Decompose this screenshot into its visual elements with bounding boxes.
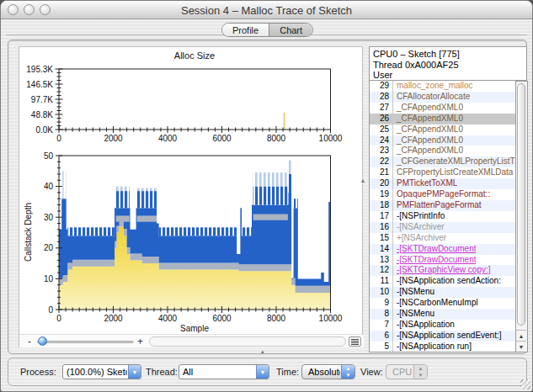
svg-text:30: 30 (44, 213, 54, 222)
frame-number: 9 (370, 298, 393, 309)
list-item[interactable]: 27_CFAppendXML0 (370, 103, 515, 114)
svg-text:2000: 2000 (104, 314, 123, 323)
list-item[interactable]: 11-[NSApplication sendAction: (370, 276, 515, 287)
frame-number: 7 (370, 320, 393, 331)
frame-symbol: OpaquePMPageFormat:: (393, 189, 490, 200)
frame-number: 28 (370, 92, 393, 103)
frame-symbol: -[NSMenu (393, 287, 434, 298)
frame-number: 11 (370, 276, 393, 287)
thread-value: All (183, 367, 255, 377)
svg-text:Callstack Depth: Callstack Depth (24, 203, 33, 262)
frame-number: 12 (370, 265, 393, 276)
list-item[interactable]: 17-[NSPrintInfo (370, 211, 515, 222)
resize-grip[interactable] (520, 379, 530, 389)
svg-text:10: 10 (44, 274, 54, 283)
zoom-in-label[interactable]: + (137, 336, 143, 347)
list-item[interactable]: 22_CFGenerateXMLPropertyListT (370, 156, 515, 167)
list-item[interactable]: 15+[NSArchiver (370, 233, 515, 244)
list-item[interactable]: 9-[NSCarbonMenuImpl (370, 298, 515, 309)
process-combobox[interactable]: (100.0%) Sketch [775] ▼ (62, 364, 141, 379)
frame-symbol: malloc_zone_malloc (393, 81, 473, 92)
list-item[interactable]: 5-[NSApplication run] (370, 342, 515, 352)
frame-symbol: -[NSPrintInfo (393, 211, 445, 222)
list-item[interactable]: 16-[NSArchiver (370, 222, 515, 233)
frame-number: 8 (370, 309, 393, 320)
frame-number: 27 (370, 103, 393, 114)
tab-profile[interactable]: Profile (222, 24, 269, 36)
scroll-down-icon[interactable]: ▼ (516, 341, 526, 352)
list-item[interactable]: 29malloc_zone_malloc (370, 81, 515, 92)
zoom-slider-track[interactable] (37, 341, 134, 343)
frame-symbol: -[NSApplication (393, 320, 455, 331)
frame-symbol: -[NSMenu (393, 309, 434, 320)
frame-number: 19 (370, 189, 393, 200)
list-item[interactable]: 14-[SKTDrawDocument (370, 244, 515, 255)
time-popup[interactable]: Absolute ▲▼ (301, 364, 355, 379)
frame-symbol: _CFGenerateXMLPropertyListT (393, 156, 515, 167)
scroll-up-icon[interactable]: ▲ (516, 330, 526, 341)
callstack-header-user: User (373, 70, 523, 81)
app-window: Session 4 – Malloc Trace of Sketch Profi… (0, 0, 533, 392)
frame-symbol: -[NSArchiver (393, 222, 445, 233)
callstack-scrollbar[interactable]: ▲ ▼ (516, 81, 528, 352)
svg-text:8000: 8000 (267, 314, 286, 323)
list-view-button[interactable] (349, 336, 361, 347)
list-item[interactable]: 24_CFAppendXML0 (370, 135, 515, 146)
frame-symbol: _CFAppendXML0 (393, 114, 463, 124)
list-item[interactable]: 21CFPropertyListCreateXMLData (370, 167, 515, 178)
svg-text:0: 0 (48, 305, 53, 315)
list-item[interactable]: 25_CFAppendXML0 (370, 124, 515, 135)
callstack-header: CPU0 – Sketch [775] Thread 0xA000AF25 Us… (369, 46, 527, 81)
svg-text:4000: 4000 (158, 314, 178, 323)
frame-symbol: _CFAppendXML0 (393, 124, 463, 135)
stepper-arrows-icon[interactable]: ▲▼ (341, 365, 354, 379)
callstack-list[interactable]: 29malloc_zone_malloc28CFAllocatorAllocat… (369, 81, 516, 352)
list-item[interactable]: 6-[NSApplication sendEvent:] (370, 331, 515, 342)
frame-number: 29 (370, 81, 393, 92)
frame-number: 18 (370, 200, 393, 211)
list-item[interactable]: 18PMFlattenPageFormat (370, 200, 515, 211)
scrollbar-thumb[interactable] (517, 83, 525, 326)
frame-symbol: _CFAppendXML0 (393, 146, 463, 156)
title-bar: Session 4 – Malloc Trace of Sketch (1, 1, 532, 19)
zoom-slider-thumb[interactable] (38, 336, 47, 346)
list-item[interactable]: 20PMTicketToXML (370, 178, 515, 189)
time-label: Time: (276, 367, 299, 377)
list-item[interactable]: 7-[NSApplication (370, 320, 515, 331)
frame-number: 22 (370, 156, 393, 167)
list-item[interactable]: 8-[NSMenu (370, 309, 515, 320)
list-item[interactable]: 10-[NSMenu (370, 287, 515, 298)
process-label: Process: (20, 367, 56, 377)
list-item[interactable]: 12-[SKTGraphicView copy:] (370, 265, 515, 276)
list-item[interactable]: 23_CFAppendXML0 (370, 146, 515, 156)
horizontal-scrollbar[interactable] (149, 336, 346, 347)
svg-text:Alloc Size: Alloc Size (174, 50, 215, 61)
list-item[interactable]: 26_CFAppendXML0 (370, 114, 515, 124)
view-value: CPU (392, 367, 413, 377)
process-value: (100.0%) Sketch [775] (67, 367, 127, 377)
frame-number: 25 (370, 124, 393, 135)
splitter-handle-bottom-icon[interactable]: ▴ (261, 348, 264, 355)
svg-text:6000: 6000 (212, 314, 232, 323)
thread-label: Thread: (146, 367, 178, 377)
svg-text:50: 50 (44, 151, 54, 161)
chevron-down-icon[interactable]: ▼ (128, 365, 141, 379)
window-title: Session 4 – Malloc Trace of Sketch (1, 4, 532, 17)
frame-number: 6 (370, 331, 393, 342)
malloc-trace-charts[interactable]: Alloc Size0.0K48.8K97.7K146.5K195.3K0200… (19, 47, 364, 334)
frame-number: 26 (370, 114, 393, 124)
svg-text:8000: 8000 (267, 134, 286, 143)
chevron-down-icon[interactable]: ▼ (256, 365, 269, 379)
splitter-handle-icon[interactable]: ▴ (361, 177, 365, 184)
list-item[interactable]: 28CFAllocatorAllocate (370, 92, 515, 103)
list-item[interactable]: 19OpaquePMPageFormat:: (370, 189, 515, 200)
thread-combobox[interactable]: All ▼ (179, 364, 269, 379)
tab-chart[interactable]: Chart (269, 24, 312, 36)
svg-text:6000: 6000 (212, 134, 232, 143)
frame-number: 15 (370, 233, 393, 244)
svg-text:0: 0 (56, 314, 61, 323)
svg-text:2000: 2000 (104, 134, 123, 143)
frame-number: 23 (370, 146, 393, 156)
list-item[interactable]: 13-[SKTDrawDocument (370, 255, 515, 266)
zoom-out-label[interactable]: - (28, 336, 31, 347)
